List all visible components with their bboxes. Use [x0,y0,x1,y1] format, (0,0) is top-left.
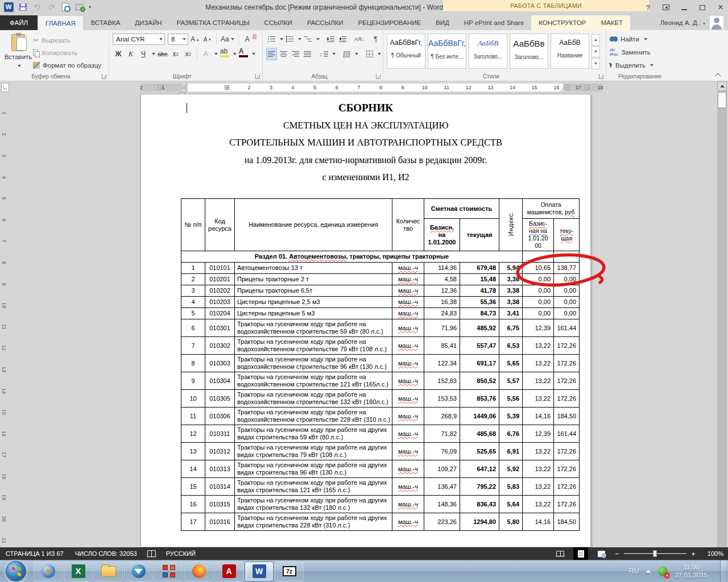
underline-button[interactable]: Ч [138,48,149,60]
print-preview-icon[interactable] [60,2,71,12]
tab-hp-eprint[interactable]: HP ePrint and Share [457,15,531,30]
highlight-button[interactable]: ab [219,48,230,60]
clock[interactable]: 11:00 27.01.2015 [675,563,713,579]
scrollbar-thumb[interactable] [718,92,726,108]
bold-button[interactable]: Ж [113,48,124,60]
style-card[interactable]: АаБбВ Заголово... [469,34,507,69]
shrink-font-button[interactable]: A▼ [202,33,213,45]
tab-design[interactable]: ДИЗАЙН [127,15,169,30]
show-desktop-button[interactable] [720,560,726,582]
tab-table-design[interactable]: КОНСТРУКТОР [531,15,593,30]
copy-button[interactable]: Копировать [33,47,101,59]
tab-references[interactable]: ССЫЛКИ [257,15,300,30]
redo-icon[interactable] [46,2,56,12]
paragraph-dialog-launcher-icon[interactable] [376,74,381,79]
zoom-out-button[interactable]: − [614,550,620,558]
proofing-errors-icon[interactable] [147,550,156,557]
start-button[interactable] [6,561,26,581]
tab-insert[interactable]: ВСТАВКА [84,15,128,30]
tab-view[interactable]: ВИД [428,15,457,30]
tab-page-layout[interactable]: РАЗМЕТКА СТРАНИЦЫ [169,15,257,30]
superscript-button[interactable]: x2 [183,48,194,60]
shading-icon[interactable] [341,48,352,60]
horizontal-ruler[interactable]: 21 123456789101112131415161718 [140,84,602,92]
find-button[interactable]: Найти [610,32,678,45]
borders-icon[interactable] [364,48,375,60]
taskbar-thunderbird-button[interactable] [124,562,153,581]
increase-indent-icon[interactable] [337,33,348,45]
web-layout-button[interactable] [594,547,609,560]
zoom-in-button[interactable]: + [690,550,696,558]
pilcrow-icon[interactable]: ¶ [370,33,381,45]
collapse-ribbon-icon[interactable] [714,72,722,78]
user-account[interactable]: Леонид А. Д..▾ [660,15,709,30]
word-count[interactable]: ЧИСЛО СЛОВ: 32053 [69,550,143,557]
replace-button[interactable]: ab⇄acЗаменить [610,45,678,59]
style-card[interactable]: АаБбВвГг, ¶ Обычный [387,34,425,69]
change-case-button[interactable]: Aa [220,33,235,45]
taskbar-acrobat-button[interactable]: A [214,562,243,581]
clipboard-dialog-launcher-icon[interactable] [102,74,107,79]
taskbar-wmp-button[interactable] [34,562,63,581]
zoom-slider-thumb[interactable] [653,550,657,557]
cut-button[interactable]: ✂Вырезать [33,34,101,47]
table-column-marker[interactable] [158,85,163,90]
tab-table-layout[interactable]: МАКЕТ [593,15,630,30]
vertical-scrollbar[interactable] [717,81,727,547]
zoom-slider[interactable] [624,553,686,554]
tab-file[interactable]: ФАЙЛ [0,15,38,30]
style-card[interactable]: АаБбВ Название [551,34,589,69]
line-spacing-icon[interactable]: ↕ [318,48,329,60]
paste-button[interactable]: Вставить [3,32,33,70]
table-column-marker[interactable] [585,85,589,90]
tab-review[interactable]: РЕЦЕНЗИРОВАНИЕ [351,15,429,30]
restore-button[interactable] [697,3,708,12]
numbering-icon[interactable] [284,33,295,45]
print-layout-button[interactable] [573,547,588,560]
read-mode-button[interactable] [553,547,568,560]
select-button[interactable]: Выделить [610,59,678,72]
tray-app-icon[interactable] [658,567,668,576]
bullets-icon[interactable] [266,33,277,45]
taskbar-explorer-button[interactable] [94,562,123,581]
send-check-icon[interactable] [75,2,85,12]
styles-dialog-launcher-icon[interactable] [599,74,604,79]
font-color-button[interactable]: А [238,48,249,60]
language-indicator[interactable]: РУССКИЙ [160,550,201,557]
close-button[interactable]: × [715,2,726,13]
styles-more-icon[interactable]: ▼ [592,58,600,69]
tab-home[interactable]: ГЛАВНАЯ [38,15,84,30]
hanging-indent-marker[interactable] [181,88,187,92]
italic-button[interactable]: К [125,48,136,60]
clear-formatting-button[interactable]: A [242,33,253,45]
tab-selector[interactable]: ∟ [1,83,9,92]
ribbon-display-options-button[interactable] [661,3,671,12]
style-card[interactable]: АаБбВвГг, ¶ Без инте... [428,34,466,69]
taskbar-word-button[interactable]: W [245,562,274,581]
help-button[interactable]: ? [643,3,653,12]
table-column-marker[interactable] [225,85,229,90]
decrease-indent-icon[interactable] [325,33,336,45]
justify-icon[interactable] [302,48,313,60]
right-indent-marker[interactable] [560,88,566,92]
scroll-up-icon[interactable] [717,81,727,91]
grow-font-button[interactable]: A▲ [189,33,201,45]
format-painter-button[interactable]: Формат по образцу [33,59,101,72]
tab-mailings[interactable]: РАССЫЛКИ [300,15,351,30]
avatar[interactable] [710,16,723,30]
subscript-button[interactable]: x2 [170,48,181,60]
align-left-icon[interactable] [266,48,277,60]
sort-icon[interactable]: АЯ↓ [354,33,365,45]
page-indicator[interactable]: СТРАНИЦА 1 ИЗ 67 [0,550,69,557]
vertical-ruler[interactable]: 123456789101112131415161718192021 [0,102,8,547]
styles-scroll-down-icon[interactable]: ▼ [592,46,600,57]
taskbar-firefox-button[interactable] [184,562,213,581]
language-switcher[interactable]: RU [629,567,639,575]
cost-table[interactable]: № п/п Код ресурса Наименование ресурса, … [181,198,580,531]
save-icon[interactable] [18,2,28,12]
qat-customize-icon[interactable]: ▾ [89,5,91,10]
font-size-combo[interactable]: 8 [168,34,188,45]
minimize-button[interactable] [679,3,689,12]
styles-scroll-up-icon[interactable]: ▲ [592,34,600,45]
strikethrough-button[interactable]: abc [156,48,169,60]
